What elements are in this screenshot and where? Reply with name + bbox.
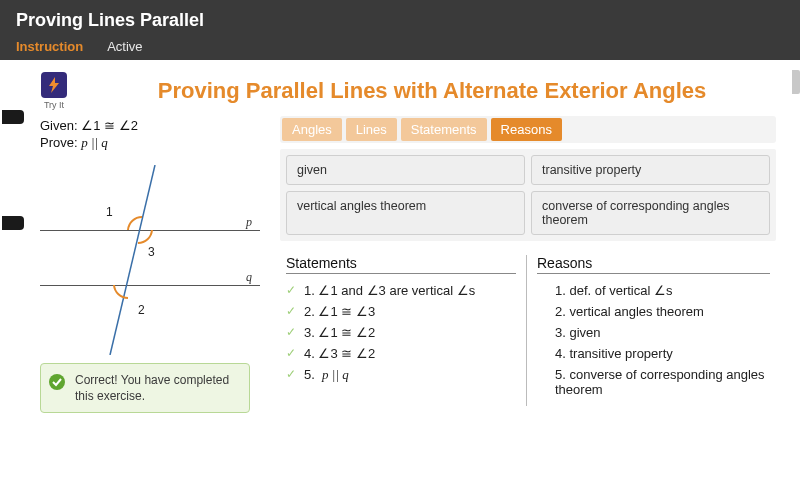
check-icon	[49, 374, 65, 390]
page-title: Proving Lines Parallel	[16, 10, 784, 31]
reason-row: 5. converse of corresponding angles theo…	[537, 364, 770, 400]
tab-instruction[interactable]: Instruction	[16, 39, 83, 54]
proof-table: Statements 1. ∠1 and ∠3 are vertical ∠s …	[280, 255, 776, 406]
bolt-icon	[41, 72, 67, 98]
statements-column: Statements 1. ∠1 and ∠3 are vertical ∠s …	[280, 255, 522, 406]
category-bar: Angles Lines Statements Reasons	[280, 116, 776, 143]
reasons-header: Reasons	[537, 255, 770, 274]
left-panel: Given: ∠1 ≅ ∠2 Prove: p || q p q	[40, 116, 270, 413]
cat-statements[interactable]: Statements	[401, 118, 487, 141]
column-divider	[526, 255, 527, 406]
chip-vertical[interactable]: vertical angles theorem	[286, 191, 525, 235]
angle-1-label: 1	[106, 205, 113, 219]
chip-transitive[interactable]: transitive property	[531, 155, 770, 185]
angle-2-label: 2	[138, 303, 145, 317]
svg-marker-0	[49, 77, 59, 93]
given-text: Given: ∠1 ≅ ∠2	[40, 118, 270, 133]
reason-row: 3. given	[537, 322, 770, 343]
feedback-box: Correct! You have completed this exercis…	[40, 363, 250, 413]
lesson-page: Try It Proving Parallel Lines with Alter…	[24, 66, 792, 500]
angle-3-label: 3	[148, 245, 155, 259]
reason-row: 1. def. of vertical ∠s	[537, 280, 770, 301]
app-header: Proving Lines Parallel Instruction Activ…	[0, 0, 800, 60]
tab-active[interactable]: Active	[107, 39, 142, 54]
reason-row: 2. vertical angles theorem	[537, 301, 770, 322]
try-it-badge[interactable]: Try It	[32, 72, 76, 110]
try-it-label: Try It	[32, 100, 76, 110]
reasons-column: Reasons 1. def. of vertical ∠s 2. vertic…	[531, 255, 776, 406]
diagram-svg	[40, 165, 270, 355]
answer-chips: given transitive property vertical angle…	[280, 149, 776, 241]
lesson-title: Proving Parallel Lines with Alternate Ex…	[88, 78, 776, 104]
chip-converse[interactable]: converse of corresponding angles theorem	[531, 191, 770, 235]
header-tabs: Instruction Active	[16, 39, 784, 60]
prove-text: Prove: p || q	[40, 135, 270, 151]
statement-row: 4. ∠3 ≅ ∠2	[286, 343, 516, 364]
side-chip	[2, 110, 24, 124]
statement-row: 3. ∠1 ≅ ∠2	[286, 322, 516, 343]
cat-lines[interactable]: Lines	[346, 118, 397, 141]
statement-row: 5. p || q	[286, 364, 516, 386]
statement-row: 2. ∠1 ≅ ∠3	[286, 301, 516, 322]
right-panel: Angles Lines Statements Reasons given tr…	[280, 116, 776, 413]
statement-row: 1. ∠1 and ∠3 are vertical ∠s	[286, 280, 516, 301]
side-chip	[2, 216, 24, 230]
svg-line-1	[110, 165, 155, 355]
cat-angles[interactable]: Angles	[282, 118, 342, 141]
cat-reasons[interactable]: Reasons	[491, 118, 562, 141]
reason-row: 4. transitive property	[537, 343, 770, 364]
chip-given[interactable]: given	[286, 155, 525, 185]
statements-header: Statements	[286, 255, 516, 274]
diagram: p q 1 3 2	[40, 165, 270, 345]
